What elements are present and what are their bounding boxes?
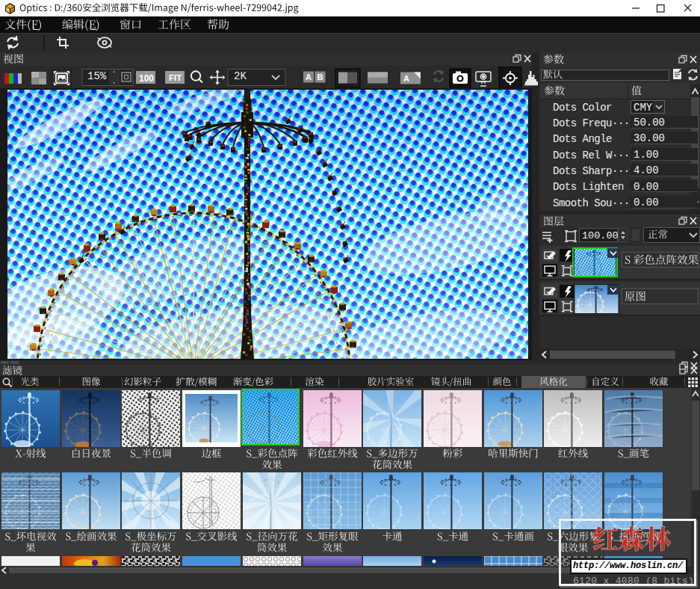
svg-text:A: A bbox=[403, 74, 409, 83]
svg-text:B: B bbox=[318, 73, 323, 81]
svg-text:A: A bbox=[306, 73, 312, 81]
